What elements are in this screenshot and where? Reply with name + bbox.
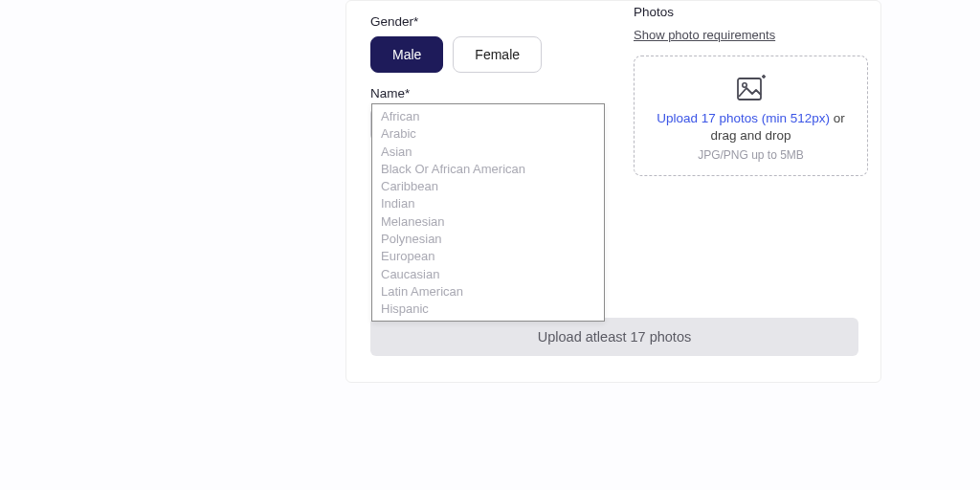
ethnicity-option[interactable]: Caucasian — [372, 266, 604, 283]
upload-photos-link[interactable]: Upload 17 photos (min 512px) — [657, 111, 830, 125]
upload-instruction: Upload 17 photos (min 512px) or drag and… — [644, 110, 858, 145]
ethnicity-option[interactable]: Arabic — [372, 125, 604, 143]
ethnicity-option[interactable]: Melanesian — [372, 213, 604, 231]
ethnicity-option[interactable]: Other — [372, 319, 604, 322]
image-upload-icon — [735, 74, 768, 102]
svg-rect-0 — [738, 78, 761, 100]
ethnicity-option[interactable]: Caribbean — [372, 178, 604, 195]
ethnicity-option[interactable]: Latin American — [372, 283, 604, 301]
upload-formats: JPG/PNG up to 5MB — [644, 148, 858, 162]
ethnicity-option[interactable]: Black Or African American — [372, 161, 604, 178]
photos-label: Photos — [634, 5, 868, 19]
ethnicity-option[interactable]: Polynesian — [372, 231, 604, 248]
ethnicity-option[interactable]: European — [372, 248, 604, 265]
ethnicity-option[interactable]: Asian — [372, 144, 604, 161]
svg-point-1 — [742, 83, 746, 87]
name-label: Name* — [370, 86, 624, 100]
ethnicity-option[interactable]: African — [372, 108, 604, 125]
ethnicity-option[interactable]: Indian — [372, 195, 604, 212]
gender-toggle: Male Female — [370, 36, 624, 73]
photo-requirements-link[interactable]: Show photo requirements — [634, 28, 775, 42]
gender-male-button[interactable]: Male — [370, 36, 443, 73]
ethnicity-dropdown[interactable]: African Arabic Asian Black Or African Am… — [371, 103, 605, 322]
gender-female-button[interactable]: Female — [453, 36, 542, 73]
submit-button[interactable]: Upload atleast 17 photos — [370, 318, 858, 356]
photo-dropzone[interactable]: Upload 17 photos (min 512px) or drag and… — [634, 56, 868, 176]
right-column: Photos Show photo requirements Upload 17… — [634, 5, 868, 176]
gender-label: Gender* — [370, 14, 624, 29]
ethnicity-option[interactable]: Hispanic — [372, 301, 604, 318]
